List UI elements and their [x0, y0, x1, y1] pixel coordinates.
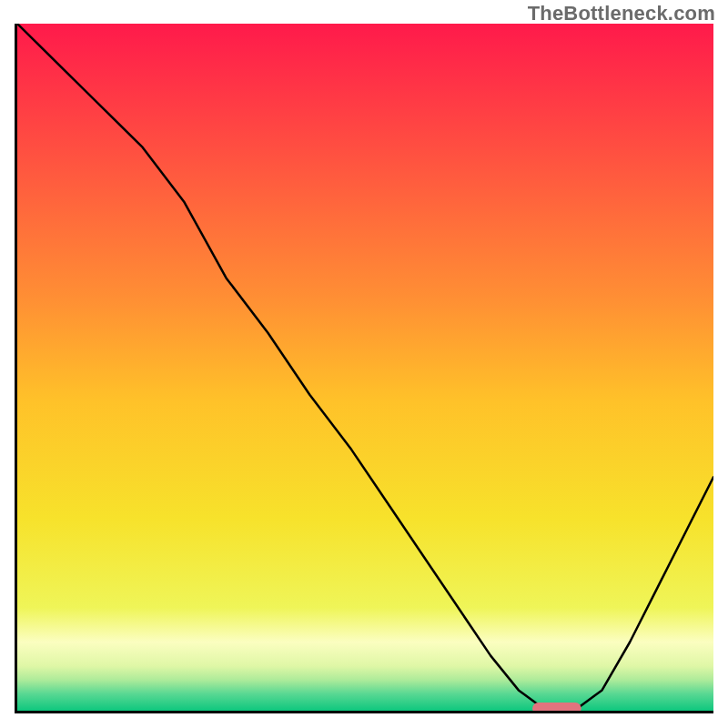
svg-rect-1: [532, 703, 581, 711]
optimal-marker: [17, 24, 713, 711]
plot-area: [15, 24, 713, 713]
chart-frame: TheBottleneck.com: [0, 0, 728, 728]
watermark-text: TheBottleneck.com: [528, 2, 715, 25]
